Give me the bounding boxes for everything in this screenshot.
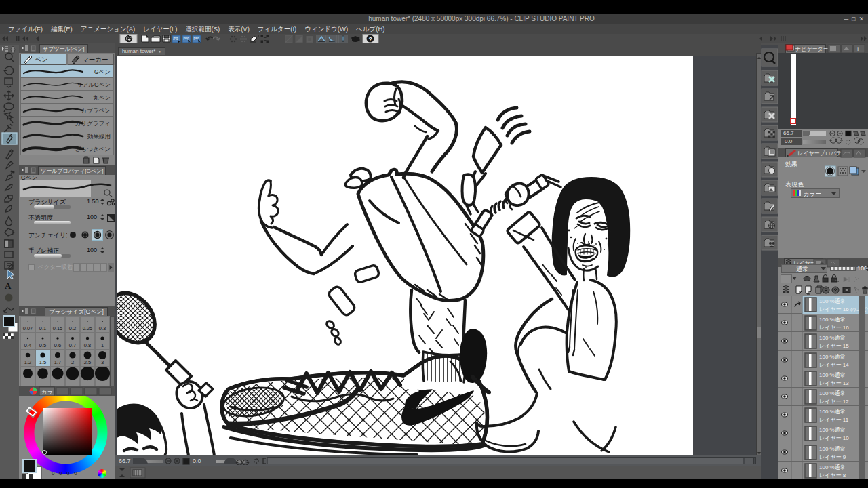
svg-text:100 %通常: 100 %通常 xyxy=(819,390,846,396)
svg-text:レイヤー 13: レイヤー 13 xyxy=(819,380,849,386)
svg-text:3: 3 xyxy=(101,359,104,365)
svg-text:jpg: jpg xyxy=(173,36,178,40)
svg-text:0.25: 0.25 xyxy=(83,325,93,331)
svg-text:レイヤー 14: レイヤー 14 xyxy=(819,362,849,368)
svg-text:psd: psd xyxy=(194,36,199,40)
svg-text:0.8: 0.8 xyxy=(84,342,91,348)
svg-text:100 %通常: 100 %通常 xyxy=(819,353,846,360)
svg-text:カラ: カラ xyxy=(41,388,53,395)
svg-text:0.07: 0.07 xyxy=(23,325,33,331)
svg-text:レイヤー 16: レイヤー 16 xyxy=(819,325,849,331)
svg-text:カラー: カラー xyxy=(804,190,821,197)
svg-text:0.15: 0.15 xyxy=(53,325,63,331)
svg-text:0.6: 0.6 xyxy=(54,342,61,348)
svg-text:レイヤープロパティ: レイヤープロパティ xyxy=(797,150,848,157)
svg-text:100 %通常: 100 %通常 xyxy=(819,464,846,470)
svg-text:100 %通常: 100 %通常 xyxy=(819,316,846,323)
svg-text:レイヤー 15: レイヤー 15 xyxy=(819,343,849,349)
svg-text:1: 1 xyxy=(101,342,104,348)
svg-text:0.2: 0.2 xyxy=(69,325,76,331)
svg-text:?: ? xyxy=(369,36,373,43)
svg-text:0.0: 0.0 xyxy=(193,458,201,464)
svg-text:100 %通常: 100 %通常 xyxy=(819,371,846,378)
svg-text:A: A xyxy=(5,281,12,291)
svg-text:0.7: 0.7 xyxy=(69,342,76,348)
svg-text:1.5: 1.5 xyxy=(39,359,46,365)
svg-text:1.7: 1.7 xyxy=(54,359,61,365)
svg-text:i: i xyxy=(857,46,859,52)
svg-text:2: 2 xyxy=(71,359,74,365)
svg-text:png: png xyxy=(184,36,190,40)
svg-text:100 %通常: 100 %通常 xyxy=(819,408,846,415)
svg-text:1.2: 1.2 xyxy=(24,359,31,365)
svg-text:0.4: 0.4 xyxy=(24,342,31,348)
svg-text:0.5: 0.5 xyxy=(39,342,46,348)
svg-text:100 %通常: 100 %通常 xyxy=(819,334,846,341)
svg-text:ナビゲーター: ナビゲーター xyxy=(795,46,829,52)
svg-text:レイヤー 11: レイヤー 11 xyxy=(819,417,849,423)
svg-text:2.5: 2.5 xyxy=(84,359,91,365)
svg-text:レイヤー 9: レイヤー 9 xyxy=(819,454,846,460)
svg-text:レイヤー 12: レイヤー 12 xyxy=(819,399,849,405)
svg-text:0.1: 0.1 xyxy=(39,325,46,331)
svg-text:100 %通常: 100 %通常 xyxy=(819,298,846,304)
svg-text:レイヤー 8: レイヤー 8 xyxy=(819,472,846,479)
svg-text:レイヤー 10: レイヤー 10 xyxy=(819,435,849,441)
svg-text:100 %通常: 100 %通常 xyxy=(819,426,846,433)
svg-text:0.3: 0.3 xyxy=(99,325,106,331)
svg-text:100 %通常: 100 %通常 xyxy=(819,445,846,452)
